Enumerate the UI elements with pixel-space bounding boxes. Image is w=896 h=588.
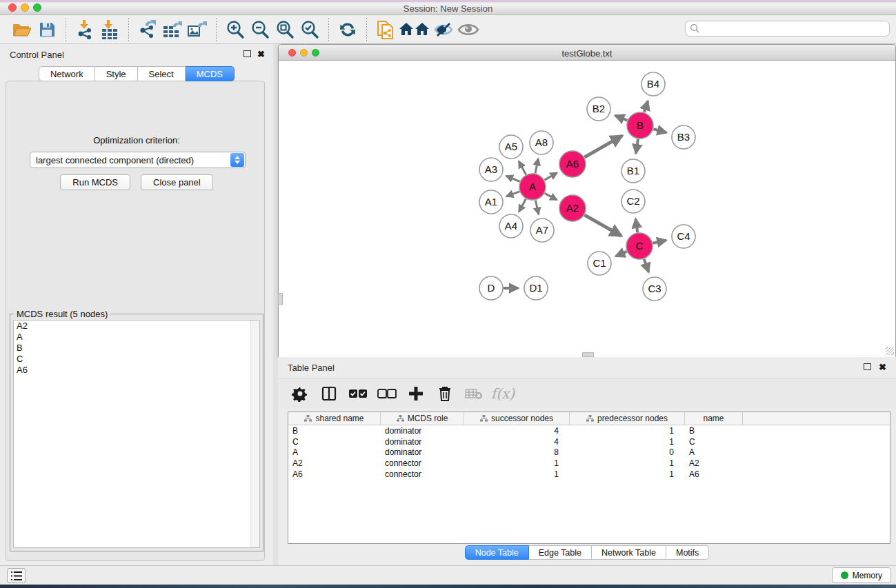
zoom-fit-icon[interactable] (272, 18, 297, 41)
table-row[interactable]: Bdominator41B (288, 425, 890, 436)
cell-shared-name[interactable]: A2 (288, 458, 381, 468)
export-image-icon[interactable] (185, 18, 210, 41)
divider-handle[interactable] (278, 293, 283, 305)
mcds-result-item[interactable]: A2 (14, 321, 259, 332)
network-window-titlebar[interactable]: testGlobe.txt (279, 45, 895, 61)
float-panel-icon[interactable] (864, 363, 871, 370)
cell-shared-name[interactable]: B (288, 426, 381, 436)
table-row[interactable]: A6connector11A6 (288, 469, 890, 480)
table-header-row[interactable]: shared nameMCDS rolesuccessor nodesprede… (288, 412, 890, 425)
cell-shared-name[interactable]: C (288, 437, 381, 447)
column-header-name[interactable]: name (685, 412, 743, 425)
edge-A6-B[interactable] (584, 136, 622, 157)
tab-select[interactable]: Select (138, 66, 186, 81)
mcds-result-item[interactable]: A6 (14, 365, 259, 376)
tab-node-table[interactable]: Node Table (465, 545, 529, 560)
mcds-result-item[interactable]: B (14, 343, 259, 354)
edge-C-C2[interactable] (636, 219, 638, 233)
select-all-checkboxes-icon[interactable] (348, 384, 368, 403)
import-network-icon[interactable] (72, 18, 97, 41)
edge-A-A7[interactable] (535, 201, 539, 214)
cell-predecessor-nodes[interactable]: 1 (570, 469, 685, 479)
cell-name[interactable]: A2 (685, 458, 743, 468)
memory-button[interactable]: Memory (832, 567, 891, 583)
edge-A-A6[interactable] (544, 173, 557, 180)
close-panel-button[interactable]: Close panel (141, 174, 213, 190)
clone-network-icon[interactable] (373, 18, 398, 41)
float-panel-icon[interactable] (243, 50, 251, 57)
mcds-result-list[interactable]: A2ABCA6 (13, 320, 260, 548)
delete-column-trash-icon[interactable] (435, 384, 455, 403)
cell-name[interactable]: A6 (685, 469, 743, 479)
edge-C-C1[interactable] (616, 252, 627, 256)
close-panel-icon[interactable]: ✖ (257, 50, 265, 58)
divider-handle[interactable] (582, 352, 594, 357)
export-network-icon[interactable] (135, 18, 160, 41)
hide-panel-eye-icon[interactable] (431, 18, 456, 41)
cell-MCDS-role[interactable]: dominator (381, 447, 464, 457)
table-row[interactable]: Adominator80A (288, 447, 890, 458)
cell-predecessor-nodes[interactable]: 1 (570, 437, 685, 447)
cell-successor-nodes[interactable]: 4 (464, 437, 570, 447)
cell-name[interactable]: C (685, 437, 743, 447)
edge-A-A2[interactable] (545, 193, 557, 200)
home-icon[interactable] (398, 18, 431, 41)
optimization-criterion-dropdown[interactable]: largest connected component (directed) (30, 152, 246, 168)
column-visibility-icon[interactable] (319, 384, 339, 403)
add-column-icon[interactable] (406, 384, 426, 403)
mcds-result-item[interactable]: C (14, 354, 259, 365)
task-history-button[interactable] (7, 568, 26, 583)
run-mcds-button[interactable]: Run MCDS (60, 174, 130, 190)
table-row[interactable]: A2connector11A2 (288, 458, 890, 469)
zoom-in-icon[interactable] (223, 18, 248, 41)
cell-MCDS-role[interactable]: connector (381, 469, 464, 479)
cell-predecessor-nodes[interactable]: 1 (570, 426, 685, 436)
deselect-all-checkboxes-icon[interactable] (377, 384, 397, 403)
import-table-icon[interactable] (97, 18, 122, 41)
edge-C-C3[interactable] (644, 259, 649, 272)
edge-A-A5[interactable] (519, 161, 526, 175)
edge-A-A4[interactable] (519, 199, 526, 212)
node-table[interactable]: shared nameMCDS rolesuccessor nodesprede… (288, 412, 890, 544)
edge-A-A3[interactable] (506, 176, 520, 181)
resize-grip-icon[interactable] (886, 347, 894, 355)
table-row[interactable]: Cdominator41C (288, 436, 890, 447)
tab-network[interactable]: Network (39, 66, 95, 81)
cell-successor-nodes[interactable]: 1 (464, 458, 570, 468)
cell-name[interactable]: B (685, 426, 743, 436)
search-input[interactable] (700, 24, 873, 34)
tab-edge-table[interactable]: Edge Table (529, 545, 592, 560)
edge-B-B4[interactable] (644, 101, 648, 112)
cell-MCDS-role[interactable]: connector (381, 458, 464, 468)
column-header-successor-nodes[interactable]: successor nodes (464, 412, 570, 425)
cell-predecessor-nodes[interactable]: 0 (570, 447, 685, 457)
edge-C-C4[interactable] (653, 241, 666, 243)
column-header-shared-name[interactable]: shared name (288, 412, 381, 425)
column-header-MCDS-role[interactable]: MCDS role (381, 412, 464, 425)
cell-shared-name[interactable]: A (288, 447, 381, 457)
edge-A2-C[interactable] (584, 215, 621, 236)
close-panel-icon[interactable]: ✖ (879, 363, 886, 371)
tab-mcds[interactable]: MCDS (186, 66, 235, 81)
edge-A-A8[interactable] (535, 159, 538, 173)
open-session-icon[interactable] (10, 18, 34, 41)
search-box[interactable] (685, 21, 890, 37)
column-header-predecessor-nodes[interactable]: predecessor nodes (570, 412, 685, 425)
edge-B-B1[interactable] (636, 139, 638, 154)
zoom-out-icon[interactable] (248, 18, 272, 41)
tab-style[interactable]: Style (95, 66, 138, 81)
cell-MCDS-role[interactable]: dominator (381, 426, 464, 436)
cell-predecessor-nodes[interactable]: 1 (570, 458, 685, 468)
cell-successor-nodes[interactable]: 8 (464, 447, 570, 457)
refresh-layout-icon[interactable] (335, 18, 360, 41)
cell-successor-nodes[interactable]: 1 (464, 469, 570, 479)
save-session-icon[interactable] (34, 18, 59, 41)
export-table-icon[interactable] (160, 18, 185, 41)
tab-network-table[interactable]: Network Table (592, 545, 666, 560)
scrollbar-track[interactable] (250, 321, 259, 547)
cell-name[interactable]: A (685, 447, 743, 457)
edge-B-B2[interactable] (615, 116, 627, 121)
cell-MCDS-role[interactable]: dominator (381, 437, 464, 447)
cell-shared-name[interactable]: A6 (288, 469, 381, 479)
settings-gear-icon[interactable] (290, 384, 310, 403)
